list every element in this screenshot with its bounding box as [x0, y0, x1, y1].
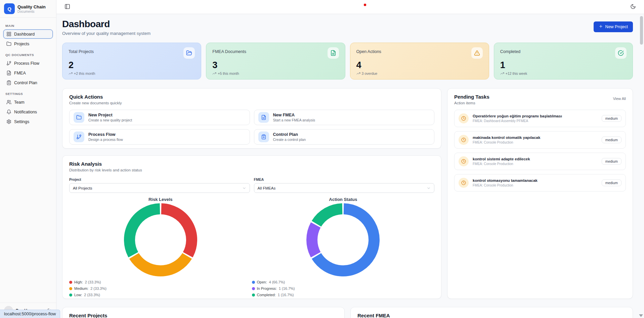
donut-segment-medium — [134, 256, 187, 271]
pending-tasks-view-all-link[interactable]: View All — [613, 97, 626, 101]
quick-action-subtitle: Start a new FMEA analysis — [273, 118, 315, 122]
stat-note-text: 3 overdue — [362, 71, 378, 75]
task-text: kontrol otomasyonu tamamlanacakFMEA: Con… — [473, 178, 598, 187]
task-text: kontrol sistemi adapte edilecekFMEA: Con… — [473, 157, 598, 166]
sidebar-item-notifications[interactable]: Notifications — [3, 107, 53, 116]
quick-action-subtitle: Create a new quality project — [88, 118, 132, 122]
legend-row: Completed:1 (16.7%) — [252, 292, 435, 298]
page-header: Dashboard Overview of your quality manag… — [62, 19, 633, 36]
legend-row: High:2 (33.3%) — [69, 279, 252, 285]
sidebar-item-fmea[interactable]: FMEA — [3, 68, 53, 77]
clipboard-icon — [261, 134, 266, 140]
stat-note: 3 overdue — [356, 71, 483, 75]
clipboard-icon — [6, 80, 11, 85]
chart-block-1: Action StatusOpen:4 (66.7%)In Progress:1… — [252, 197, 435, 298]
legend-label: Open: — [257, 279, 267, 285]
legend-label: Completed: — [257, 292, 276, 298]
legend-row: Open:4 (66.7%) — [252, 279, 435, 285]
stat-card-fmea-documents[interactable]: FMEA Documents3+5 this month — [206, 43, 345, 80]
quick-action-process-flow[interactable]: Process FlowDesign a process flow — [69, 129, 250, 145]
sidebar-item-team[interactable]: Team — [3, 98, 53, 107]
filter-select-value: All Projects — [73, 186, 92, 190]
sidebar-item-dashboard[interactable]: Dashboard — [3, 30, 53, 39]
sidebar-item-settings[interactable]: Settings — [3, 117, 53, 126]
stat-card-completed[interactable]: Completed1+12 this week — [494, 43, 633, 80]
topbar — [56, 0, 644, 14]
task-item[interactable]: makinada kontrol otomatik yapılacakFMEA:… — [454, 131, 626, 149]
donut-chart-0 — [123, 203, 198, 277]
quick-actions-title: Quick Actions — [69, 94, 434, 100]
filter-select-project[interactable]: All Projects — [69, 183, 250, 193]
quick-action-new-project[interactable]: New ProjectCreate a new quality project — [69, 110, 250, 125]
brand[interactable]: Q Quality Chain Documents — [0, 0, 56, 18]
quick-action-control-plan[interactable]: Control PlanCreate a control plan — [254, 129, 435, 145]
risk-filters: ProjectAll ProjectsFMEAAll FMEAs — [69, 177, 434, 193]
stat-title: Total Projects — [69, 49, 94, 54]
sidebar-item-projects[interactable]: Projects — [3, 39, 53, 48]
quick-action-icon-box — [258, 131, 269, 142]
filter-select-value: All FMEAs — [258, 186, 276, 190]
scrollbar-thumb[interactable] — [640, 16, 643, 45]
browser-status-bubble: localhost:5000/process-flow — [0, 310, 60, 318]
chart-legend: Open:4 (66.7%)In Progress:1 (16.7%)Compl… — [252, 279, 435, 298]
sidebar-item-label: Settings — [14, 119, 29, 124]
app-logo: Q — [4, 3, 15, 14]
priority-badge: medium — [602, 115, 621, 122]
app-title: Quality Chain — [17, 4, 46, 9]
recent-projects-title: Recent Projects — [69, 313, 107, 318]
stat-value: 1 — [500, 60, 627, 70]
task-list: Operatörlere yoğun eğitim programı başla… — [454, 110, 626, 192]
stat-note-text: +5 this month — [218, 71, 239, 75]
bottom-grid: Recent Projects View All Recent FMEA Vie… — [62, 307, 633, 318]
main-area: Dashboard Overview of your quality manag… — [56, 0, 644, 318]
risk-analysis-title: Risk Analysis — [69, 161, 434, 167]
task-item[interactable]: kontrol sistemi adapte edilecekFMEA: Con… — [454, 153, 626, 170]
filter-project: ProjectAll Projects — [69, 177, 250, 193]
sidebar-item-process-flow[interactable]: Process Flow — [3, 59, 53, 68]
filter-select-fmea[interactable]: All FMEAs — [254, 183, 435, 193]
legend-label: Low: — [74, 292, 82, 298]
trending-up-icon — [500, 71, 504, 75]
stat-card-top: FMEA Documents — [212, 47, 339, 59]
task-meta: FMEA: Dashboard Assembly PFMEA — [473, 119, 598, 123]
stat-card-total-projects[interactable]: Total Projects2+2 this month — [62, 43, 201, 80]
new-project-button[interactable]: New Project — [594, 21, 633, 32]
workflow-icon — [76, 134, 82, 140]
clock-icon-circle — [459, 113, 469, 123]
sidebar-item-label: Notifications — [14, 110, 37, 114]
scrollbar-down-arrow[interactable] — [639, 314, 643, 317]
app-subtitle: Documents — [17, 10, 46, 13]
donut-segment-completed — [316, 209, 342, 224]
workflow-icon — [6, 61, 11, 66]
task-item[interactable]: Operatörlere yoğun eğitim programı başla… — [454, 110, 626, 127]
sidebar-section-label: SETTINGS — [5, 92, 51, 96]
legend-label: Medium: — [74, 285, 88, 292]
sidebar-item-control-plan[interactable]: Control Plan — [3, 78, 53, 87]
dark-mode-toggle-button[interactable] — [629, 2, 637, 12]
legend-label: High: — [74, 279, 83, 285]
recent-fmea-card: Recent FMEA View All — [350, 307, 633, 318]
legend-value: 2 (33.3%) — [85, 279, 101, 285]
page-subtitle: Overview of your quality management syst… — [62, 31, 151, 36]
task-text: makinada kontrol otomatik yapılacakFMEA:… — [473, 136, 598, 144]
quick-actions-grid: New ProjectCreate a new quality projectN… — [69, 110, 434, 145]
legend-dot — [252, 294, 255, 297]
quick-action-new-fmea[interactable]: New FMEAStart a new FMEA analysis — [254, 110, 435, 125]
stat-card-open-actions[interactable]: Open Actions43 overdue — [350, 43, 489, 80]
clock-icon-circle — [459, 178, 469, 188]
sidebar-nav: MAINDashboardProjectsQC DOCUMENTSProcess… — [0, 18, 56, 303]
legend-label: In Progress: — [257, 285, 277, 292]
task-item[interactable]: kontrol otomasyonu tamamlanacakFMEA: Con… — [454, 174, 626, 192]
stat-icon-box — [615, 47, 627, 59]
quick-actions-card: Quick Actions Create new documents quick… — [62, 88, 441, 149]
sidebar-toggle-button[interactable] — [63, 2, 72, 12]
app-root: Q Quality Chain Documents MAINDashboardP… — [0, 0, 644, 318]
legend-dot — [69, 281, 72, 284]
stat-title: Open Actions — [356, 49, 381, 54]
quick-action-text: Process FlowDesign a process flow — [88, 132, 123, 142]
stat-note: +12 this week — [500, 71, 627, 75]
legend-dot — [252, 287, 255, 290]
trending-up-icon — [212, 71, 216, 75]
gear-icon — [6, 119, 11, 124]
legend-row: In Progress:1 (16.7%) — [252, 285, 435, 292]
